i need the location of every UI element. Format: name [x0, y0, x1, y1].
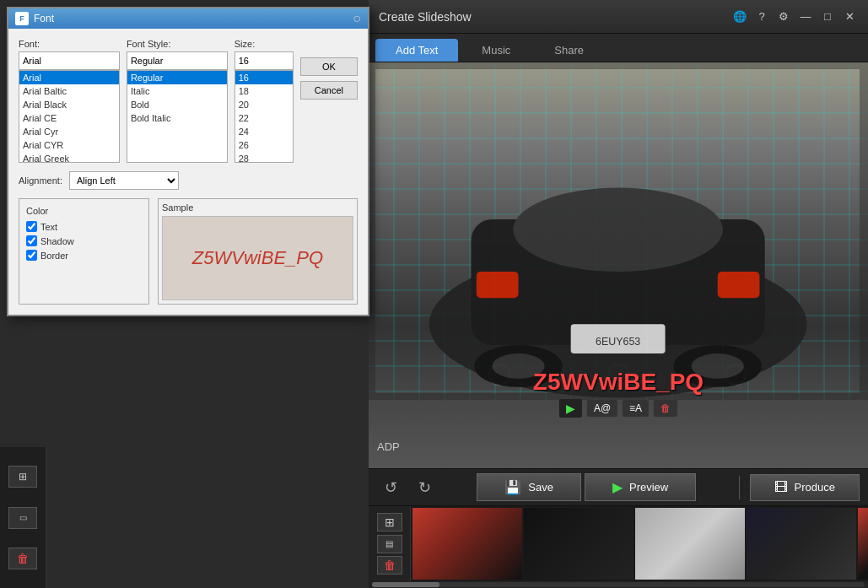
scrollbar-track[interactable]: [372, 582, 865, 587]
preview-button[interactable]: ▶ Preview: [585, 473, 696, 501]
font-list-item[interactable]: Arial: [19, 71, 119, 84]
canvas-text-toolbar: ▶ A@ ≡A 🗑: [533, 399, 704, 418]
thumb-bar: ⊞ ▤ 🗑: [369, 505, 868, 581]
bottom-section: Color Text Shadow Border Sample Z5WVwiBE…: [19, 198, 358, 305]
style-input[interactable]: [127, 51, 228, 70]
thumb-list[interactable]: [411, 506, 868, 581]
shadow-checkbox[interactable]: [26, 235, 37, 246]
preview-label: Preview: [629, 481, 668, 494]
style-list-item[interactable]: Regular: [127, 71, 227, 84]
font-size-btn[interactable]: A@: [587, 400, 617, 417]
font-list-item[interactable]: Arial Baltic: [19, 84, 119, 98]
sidebar-btn-1[interactable]: ⊞: [8, 466, 37, 488]
font-input[interactable]: [19, 51, 120, 70]
canvas-area: 6EUY653 Z5WVwiBE_PQ ▶ A@ ≡A 🗑: [369, 62, 868, 468]
text-checkbox[interactable]: [26, 221, 37, 232]
ok-button[interactable]: OK: [300, 57, 358, 76]
thumb-sidebar: ⊞ ▤ 🗑: [369, 506, 411, 581]
dialog-title: Font: [34, 13, 54, 24]
size-list-item[interactable]: 18: [235, 84, 293, 98]
size-list-item[interactable]: 28: [235, 152, 293, 163]
size-column: Size: 16 18 20 22 24 26 28: [235, 39, 294, 163]
font-icon: F: [15, 12, 29, 25]
ok-cancel-area: OK Cancel: [300, 39, 358, 163]
size-list-item[interactable]: 24: [235, 125, 293, 138]
sidebar-btn-3[interactable]: 🗑: [8, 548, 37, 569]
thumbnail-4[interactable]: [747, 508, 856, 580]
text-checkbox-row: Text: [26, 221, 142, 232]
close-window-icon[interactable]: ✕: [841, 8, 858, 25]
shadow-checkbox-row: Shadow: [26, 235, 142, 246]
size-list-item[interactable]: 22: [235, 111, 293, 125]
size-list[interactable]: 16 18 20 22 24 26 28: [235, 70, 294, 163]
border-checkbox[interactable]: [26, 250, 37, 261]
cancel-button[interactable]: Cancel: [300, 81, 358, 100]
close-icon[interactable]: ○: [353, 11, 361, 26]
add-text-btn[interactable]: ▤: [377, 535, 402, 553]
help-icon[interactable]: ?: [753, 8, 770, 25]
font-list-item[interactable]: Arial CE: [19, 111, 119, 125]
undo-button[interactable]: ↺: [377, 474, 404, 501]
preview-play-icon: ▶: [612, 479, 623, 495]
thumb-image-4: [747, 508, 856, 580]
color-box: Color Text Shadow Border: [19, 198, 149, 305]
play-text-btn[interactable]: ▶: [559, 399, 582, 418]
alignment-select[interactable]: Align Left Align Center Align Right: [69, 171, 179, 190]
sample-inner: Z5WVwiBE_PQ: [162, 216, 353, 300]
style-list-item[interactable]: Italic: [127, 84, 227, 98]
adp-label: ADP: [377, 440, 400, 453]
font-list[interactable]: Arial Arial Baltic Arial Black Arial CE …: [19, 70, 120, 163]
tabs-bar: Add Text Add Text Music Share: [369, 34, 868, 62]
size-list-item[interactable]: 20: [235, 98, 293, 111]
border-checkbox-row: Border: [26, 250, 142, 261]
title-bar: Create Slideshow 🌐 ? ⚙ — □ ✕: [369, 0, 868, 34]
minimize-icon[interactable]: —: [797, 8, 814, 25]
svg-rect-40: [718, 272, 760, 298]
settings-icon[interactable]: ⚙: [775, 8, 792, 25]
font-list-item[interactable]: Arial Black: [19, 98, 119, 111]
size-input[interactable]: [235, 51, 294, 70]
text-label: Text: [40, 222, 57, 232]
font-list-item[interactable]: Arial CYR: [19, 138, 119, 152]
save-disk-icon: 💾: [504, 479, 521, 495]
tab-add-text-active[interactable]: Add Text: [375, 39, 458, 62]
text-align-btn[interactable]: ≡A: [623, 400, 649, 417]
delete-text-btn[interactable]: 🗑: [654, 400, 677, 417]
size-label: Size:: [235, 39, 294, 49]
font-list-item[interactable]: Arial Greek: [19, 152, 119, 163]
style-label: Font Style:: [127, 39, 228, 49]
dialog-title-bar: F Font ○: [8, 8, 368, 29]
add-image-btn[interactable]: ⊞: [377, 513, 402, 531]
bottom-toolbar: ↺ ↻ 💾 Save ▶ Preview 🎞 Produce: [369, 468, 868, 505]
produce-label: Produce: [795, 481, 835, 494]
thumb-image-1: [412, 508, 522, 580]
info-icon[interactable]: 🌐: [731, 8, 748, 25]
save-label: Save: [528, 481, 553, 494]
dialog-body: Font: Arial Arial Baltic Arial Black Ari…: [8, 29, 368, 315]
maximize-icon[interactable]: □: [819, 8, 836, 25]
tab-share[interactable]: Share: [534, 39, 604, 62]
color-group-label: Color: [26, 206, 142, 216]
size-list-item[interactable]: 26: [235, 138, 293, 152]
delete-btn[interactable]: 🗑: [377, 556, 402, 575]
tab-music[interactable]: Music: [461, 39, 531, 62]
thumbnail-3[interactable]: [635, 508, 745, 580]
scrollbar-thumb[interactable]: [372, 582, 439, 587]
sidebar-btn-2[interactable]: ▭: [8, 507, 37, 529]
style-list-item[interactable]: Bold Italic: [127, 111, 227, 125]
style-list-item[interactable]: Bold: [127, 98, 227, 111]
canvas-text-overlay[interactable]: Z5WVwiBE_PQ ▶ A@ ≡A 🗑: [533, 369, 704, 418]
save-button[interactable]: 💾 Save: [477, 473, 581, 501]
size-list-item[interactable]: 16: [235, 71, 293, 84]
redo-button[interactable]: ↻: [411, 474, 438, 501]
title-bar-icons: 🌐 ? ⚙ — □ ✕: [731, 8, 858, 25]
thumbnail-2[interactable]: [524, 508, 633, 580]
style-list[interactable]: Regular Italic Bold Bold Italic: [127, 70, 228, 163]
play-icon: ▶: [566, 402, 575, 415]
produce-button[interactable]: 🎞 Produce: [750, 474, 860, 501]
alignment-label: Alignment:: [19, 175, 62, 186]
thumbnail-5[interactable]: [858, 508, 868, 580]
thumbnail-1[interactable]: [412, 508, 522, 580]
thumb-image-2: [524, 508, 633, 580]
font-list-item[interactable]: Arial Cyr: [19, 125, 119, 138]
